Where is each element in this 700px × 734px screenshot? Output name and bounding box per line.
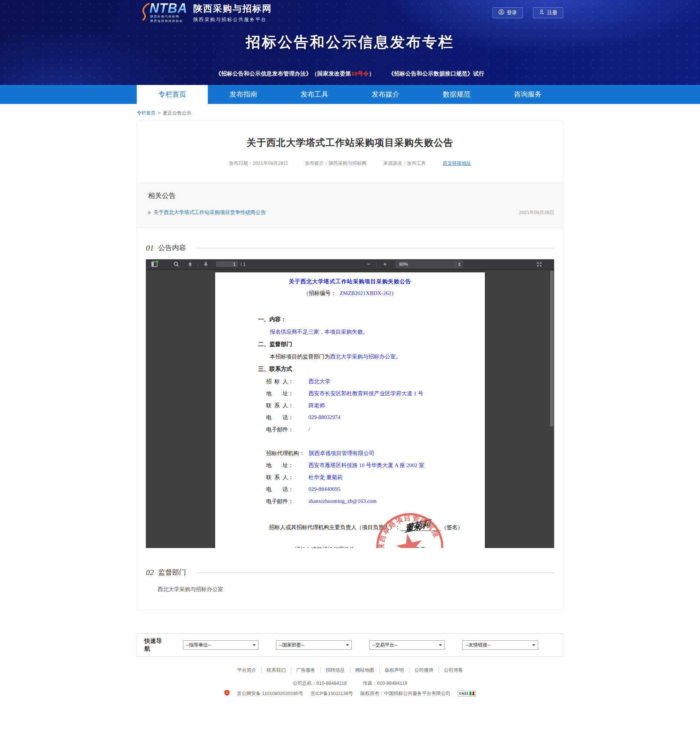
cnzz-badge[interactable]: CNZZ: [457, 691, 476, 696]
register-button[interactable]: 注册: [533, 7, 563, 18]
doc-ref-close: ）: [391, 290, 397, 296]
nav-tab-publish-media[interactable]: 发布媒介: [350, 85, 421, 104]
select-value: --指导单位--: [186, 642, 211, 648]
related-announcement-link[interactable]: 关于西北大学塔式工作站采购项目竞争性磋商公告: [153, 209, 266, 216]
company-phone: 公司总机：010-88484118: [293, 680, 347, 687]
guide-unit-select[interactable]: --指导单位--: [183, 640, 259, 650]
svg-text:陕西卓佫项目管理有限公司: 陕西卓佫项目管理有限公司: [368, 505, 441, 548]
publish-media: 陕西采购与招标网: [328, 160, 366, 166]
contact-label: 电子邮件：: [266, 498, 304, 505]
sidebar-toggle-icon[interactable]: [148, 259, 160, 269]
doc-agency-row: 地 址：西安市雁塔区科技路 10 号华奥大厦 A 座 2002 室: [266, 462, 485, 469]
login-icon: [499, 9, 504, 16]
fullscreen-icon[interactable]: [534, 259, 545, 269]
trading-platform-select[interactable]: --交易平台--: [369, 640, 445, 650]
page-up-icon[interactable]: [185, 259, 195, 269]
chevron-down-icon: [532, 644, 535, 646]
cnzz-red-bar: [472, 692, 474, 695]
pdf-scrollbar-thumb[interactable]: [550, 271, 553, 427]
national-ministry-select[interactable]: --国家部委--: [276, 640, 352, 650]
pdf-scrollbar: [549, 269, 554, 548]
banner-title: 招标公告和公示信息发布专栏: [0, 32, 700, 52]
nav-tab-publish-guide[interactable]: 发布指南: [208, 85, 279, 104]
chevron-down-icon: [439, 644, 442, 646]
section-title: 监督部门: [158, 568, 186, 577]
supervisor-body: 西北大学采购与招标办公室: [157, 586, 554, 593]
select-value: --国家部委--: [279, 642, 304, 648]
signature-suffix: （签名）: [441, 524, 463, 530]
nav-tab-data-spec[interactable]: 数据规范: [421, 85, 492, 104]
footer-link-weibo[interactable]: 公司微博: [409, 667, 439, 674]
doc-paragraph-2-text: 本招标项目的监督部门为: [270, 354, 330, 359]
footer-link-recruitment[interactable]: 招聘信息: [321, 667, 350, 674]
contact-value: 薛老师: [309, 402, 325, 409]
logo-caption-1: 陕西采购与招标网: [150, 15, 187, 19]
doc-ref-number: ZMZB2021XBDX-262: [340, 290, 391, 296]
doc-agency-row: 电子邮件：shanxizhuoming_zb@163.com: [266, 498, 485, 505]
contact-value: 029-88032974: [309, 414, 341, 421]
contact-label: 电 话：: [266, 486, 304, 493]
contact-value: shanxizhuoming_zb@163.com: [309, 498, 376, 505]
footer-link-copyright-notice[interactable]: 版权声明: [380, 667, 409, 674]
page-footer: 平台简介 联系我们 广告服务 招聘信息 网站地图 版权声明 公司微博 公司博客 …: [0, 657, 700, 697]
article-meta: 发布日期：2021年09月26日 发布媒介：陕西采购与招标网 来源渠道：发布工具…: [146, 160, 554, 167]
related-announcements: 相关公告 关于西北大学塔式工作站采购项目竞争性磋商公告 2021年09月26日: [137, 183, 563, 228]
contact-label: 联 系 人：: [266, 402, 304, 409]
site-logo[interactable]: NTBA 陕西采购与招标网 陕西省招标投标协会 陕西采购与招标网 陕西采购与招标…: [141, 2, 272, 23]
police-badge-icon: [224, 690, 230, 697]
doc-contact-row: 电 话：029-88032974: [266, 414, 485, 421]
zoom-level-select[interactable]: 80%: [396, 261, 463, 268]
zoom-spinner-icon[interactable]: [456, 261, 462, 268]
footer-link-platform-intro[interactable]: 平台简介: [232, 667, 262, 674]
related-heading: 相关公告: [148, 191, 554, 200]
page-number-input[interactable]: [215, 261, 238, 268]
toolbar-divider: [376, 262, 377, 267]
zoom-level-value: 80%: [396, 262, 456, 267]
footer-link-ad-service[interactable]: 广告服务: [291, 667, 321, 674]
login-label: 登录: [507, 9, 517, 16]
search-icon[interactable]: [171, 259, 182, 269]
logo-swoosh-icon: [141, 3, 150, 22]
icp-beian-link[interactable]: 京ICP备15011138号: [310, 690, 353, 697]
doc-heading-1: 一、内容：: [258, 316, 485, 324]
contact-label: 电 话：: [266, 414, 304, 421]
zoom-in-icon[interactable]: +: [380, 259, 390, 269]
policy-doc-link[interactable]: 《招标公告和公示信息发布管理办法》（国家发改委第10号令）: [215, 71, 374, 77]
heading-rule: [197, 248, 554, 248]
doc-contact-row: 地 址：西安市长安区郭杜教育科技产业区学府大道 1 号: [266, 390, 485, 397]
register-label: 注册: [547, 9, 557, 16]
related-announcement-date: 2021年09月26日: [519, 209, 554, 216]
footer-link-sitemap[interactable]: 网站地图: [350, 667, 380, 674]
doc-signature-row: 招标人或其招标代理机构主要负责人（项目负责人）：董菊莉（签名）: [215, 524, 485, 531]
page-down-icon[interactable]: [201, 259, 210, 269]
nav-tab-publish-tool[interactable]: 发布工具: [279, 85, 350, 104]
friendly-links-select[interactable]: --友情链接--: [462, 640, 538, 650]
nav-tab-consult[interactable]: 咨询服务: [492, 85, 563, 104]
police-beian-link[interactable]: 京公网安备 11010802020185号: [237, 690, 303, 697]
breadcrumb-home-link[interactable]: 专栏首页: [137, 110, 156, 116]
sidebar-notification-dot: [156, 260, 159, 263]
content-card: 关于西北大学塔式工作站采购项目采购失败公告 发布日期：2021年09月26日 发…: [137, 121, 563, 610]
cnzz-label: CNZZ: [459, 692, 469, 695]
login-button[interactable]: 登录: [493, 7, 523, 18]
footer-link-blog[interactable]: 公司博客: [439, 667, 468, 674]
register-icon: [539, 9, 545, 16]
origin-link[interactable]: 原文链接地址: [443, 160, 471, 167]
nav-tab-home[interactable]: 专栏首页: [137, 85, 208, 104]
doc-agency-row: 招标代理机构：陕西卓佫项目管理有限公司: [266, 450, 485, 457]
doc-agency-row: 电 话：029-88440695: [266, 486, 485, 493]
contact-label: 地 址：: [266, 390, 304, 397]
breadcrumb: 专栏首页>更正公告公示: [137, 110, 563, 116]
spec-doc-link[interactable]: 《招标公告和公示数据接口规范》试行: [388, 71, 485, 77]
contact-label: 招 标 人：: [266, 378, 304, 385]
stamp-label: 招标人或其招标代理机构：: [294, 547, 360, 548]
site-title: 陕西采购与招标网: [193, 3, 272, 15]
breadcrumb-current: 更正公告公示: [163, 110, 191, 116]
zoom-out-icon[interactable]: −: [364, 259, 374, 269]
doc-paragraph-1: 报名供应商不足三家，本项目采购失败。: [270, 328, 485, 335]
contact-label: 联 系 人：: [266, 474, 304, 481]
doc-agency-row: 联 系 人：杜华龙 董菊莉: [266, 474, 485, 481]
footer-links: 平台简介 联系我们 广告服务 招聘信息 网站地图 版权声明 公司微博 公司博客: [0, 667, 700, 674]
select-value: --友情链接--: [465, 642, 490, 648]
footer-link-contact-us[interactable]: 联系我们: [262, 667, 291, 674]
